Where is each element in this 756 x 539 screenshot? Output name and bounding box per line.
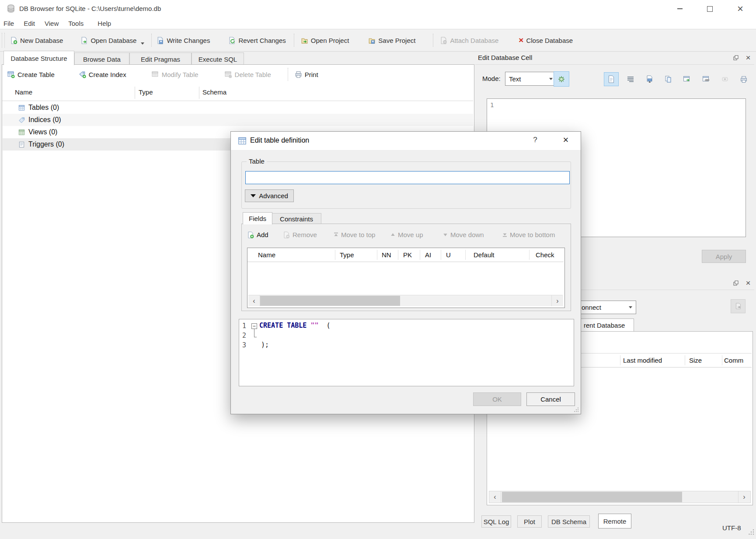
column-divider[interactable] (420, 250, 420, 260)
close-panel-button[interactable]: × (743, 53, 753, 62)
minimize-button[interactable] (670, 0, 690, 18)
column-divider[interactable] (398, 250, 398, 260)
tab-plot[interactable]: Plot (517, 515, 542, 528)
column-size[interactable]: Size (689, 354, 702, 367)
remove-field-button[interactable]: Remove (283, 231, 317, 238)
add-field-button[interactable]: Add (247, 231, 268, 238)
modify-table-button[interactable]: Modify Table (152, 71, 199, 78)
mode-select[interactable]: Text (505, 72, 557, 86)
column-comm[interactable]: Comm (724, 354, 743, 367)
move-up-button[interactable]: Move up (390, 231, 423, 238)
tree-column-type[interactable]: Type (139, 88, 153, 96)
table-name-input[interactable] (245, 171, 570, 184)
column-divider[interactable] (465, 250, 466, 260)
null-button[interactable] (718, 72, 732, 86)
remote-horizontal-scrollbar[interactable]: ‹ › (489, 491, 751, 503)
column-name[interactable]: Name (258, 248, 275, 262)
move-to-bottom-button[interactable]: Move to bottom (502, 231, 555, 238)
revert-changes-button[interactable]: Revert Changes (228, 37, 286, 44)
menu-tools[interactable]: Tools (63, 20, 88, 27)
open-in-window-button[interactable] (679, 72, 694, 86)
tree-column-name[interactable]: Name (15, 88, 32, 96)
move-down-button[interactable]: Move down (443, 231, 484, 238)
window-resize-grip[interactable] (749, 528, 755, 535)
tab-execute-sql[interactable]: Execute SQL (192, 52, 244, 66)
apply-button[interactable]: Apply (702, 250, 746, 263)
float-panel-button[interactable] (731, 279, 741, 287)
export-data-button[interactable] (661, 72, 676, 86)
open-project-button[interactable]: Open Project (301, 37, 349, 44)
dialog-resize-grip[interactable] (574, 407, 579, 412)
advanced-button[interactable]: Advanced (245, 189, 294, 202)
close-panel-button[interactable]: × (743, 279, 753, 287)
tab-db-schema[interactable]: DB Schema (548, 515, 590, 528)
scroll-left-arrow[interactable]: ‹ (489, 491, 501, 503)
save-project-button[interactable]: Save Project (368, 37, 415, 44)
scrollbar-thumb[interactable] (260, 296, 400, 306)
column-default[interactable]: Default (474, 248, 495, 262)
import-data-button[interactable] (642, 72, 657, 86)
column-divider[interactable] (199, 87, 199, 99)
column-divider[interactable] (620, 355, 620, 365)
menu-help[interactable]: Help (88, 20, 116, 27)
tab-edit-pragmas[interactable]: Edit Pragmas (129, 52, 192, 66)
create-table-button[interactable]: Create Table (7, 71, 55, 78)
column-divider[interactable] (685, 355, 685, 365)
auto-apply-button[interactable] (554, 71, 569, 87)
ok-button[interactable]: OK (473, 392, 521, 406)
print-cell-button[interactable] (736, 72, 751, 86)
move-to-top-button[interactable]: Move to top (334, 231, 375, 238)
tab-remote[interactable]: Remote (598, 514, 631, 528)
column-divider[interactable] (377, 250, 377, 260)
remote-action-button[interactable] (731, 299, 746, 313)
column-divider[interactable] (441, 250, 441, 260)
open-database-dropdown-arrow[interactable] (141, 42, 144, 45)
scroll-right-arrow[interactable]: › (738, 491, 750, 503)
fold-collapse-icon[interactable]: − (251, 323, 257, 329)
column-ai[interactable]: AI (425, 248, 431, 262)
text-mode-button[interactable] (604, 72, 619, 86)
word-wrap-button[interactable] (623, 72, 638, 86)
column-divider[interactable] (135, 87, 135, 99)
tab-sql-log[interactable]: SQL Log (481, 515, 511, 528)
encoding-indicator[interactable]: UTF-8 (722, 524, 741, 532)
open-database-button[interactable]: Open Database (80, 37, 136, 44)
tab-constraints[interactable]: Constraints (272, 213, 321, 225)
delete-table-button[interactable]: Delete Table (225, 71, 271, 78)
print-button[interactable]: Print (295, 71, 318, 78)
toolbar-handle[interactable] (2, 33, 5, 48)
column-divider[interactable] (335, 250, 335, 260)
fields-horizontal-scrollbar[interactable]: ‹ › (248, 295, 563, 306)
scroll-left-arrow[interactable]: ‹ (248, 295, 260, 306)
tree-row-tables[interactable]: Tables (0) (3, 102, 473, 114)
maximize-button[interactable] (700, 0, 720, 18)
menu-file[interactable]: File (0, 20, 19, 27)
scroll-right-arrow[interactable]: › (551, 295, 563, 306)
cancel-button[interactable]: Cancel (526, 392, 575, 406)
column-type[interactable]: Type (340, 248, 354, 262)
link-button[interactable] (699, 72, 714, 86)
column-pk[interactable]: PK (403, 248, 412, 262)
close-button[interactable]: × (730, 0, 750, 18)
menu-edit[interactable]: Edit (19, 20, 40, 27)
new-database-button[interactable]: New Database (10, 37, 63, 44)
float-panel-button[interactable] (731, 53, 741, 62)
attach-database-button[interactable]: Attach Database (440, 37, 498, 44)
column-u[interactable]: U (446, 248, 451, 262)
close-database-button[interactable]: × Close Database (519, 37, 573, 44)
column-divider[interactable] (722, 355, 722, 365)
column-last-modified[interactable]: Last modified (623, 354, 662, 367)
help-button[interactable]: ? (530, 136, 540, 144)
tree-column-schema[interactable]: Schema (202, 88, 226, 96)
tab-browse-data[interactable]: Browse Data (74, 52, 129, 66)
dialog-close-button[interactable]: × (560, 134, 572, 146)
create-index-button[interactable]: Create Index (79, 71, 126, 78)
column-check[interactable]: Check (536, 248, 554, 262)
sql-preview-editor[interactable]: 1 2 3 − CREATE TABLE "" ( ); (239, 319, 574, 386)
scrollbar-thumb[interactable] (502, 492, 682, 502)
write-changes-button[interactable]: Write Changes (157, 37, 210, 44)
menu-view[interactable]: View (40, 20, 63, 27)
tab-fields[interactable]: Fields (243, 212, 272, 224)
tree-row-indices[interactable]: Indices (0) (3, 114, 473, 126)
tab-database-structure[interactable]: Database Structure (3, 51, 74, 65)
